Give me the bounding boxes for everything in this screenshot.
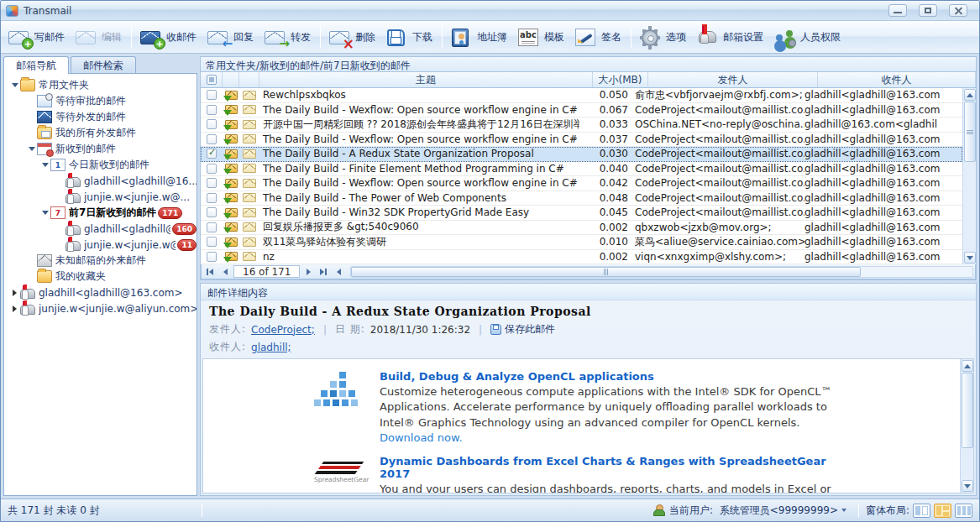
tree-item[interactable]: 等待外发的邮件 <box>4 109 197 125</box>
column-sender[interactable]: 发件人 <box>648 72 818 87</box>
tree-item[interactable]: 我的收藏夹 <box>4 269 197 284</box>
column-recipient[interactable]: 收件人 <box>818 72 976 87</box>
tree-item[interactable]: junjie.w<junjie.w@aliyun.com> <box>4 300 197 316</box>
row-checkbox[interactable] <box>207 252 217 262</box>
tree-item[interactable]: 7 前7日新收到的邮件 171 <box>4 205 197 221</box>
tree-item-icon <box>37 254 52 267</box>
ad-cta-link[interactable]: Download now. <box>380 431 463 444</box>
row-checkbox[interactable] <box>207 222 217 232</box>
tree-item[interactable]: 常用文件夹 <box>4 77 197 93</box>
row-checkbox[interactable] <box>207 105 217 115</box>
body-scroll-up-button[interactable] <box>962 360 973 372</box>
header-checkbox-cell[interactable] <box>201 72 223 87</box>
prev-page-button[interactable] <box>218 266 232 278</box>
column-subject[interactable]: 主题 <box>259 72 593 87</box>
save-mail-button[interactable]: 保存此邮件 <box>490 322 555 337</box>
maximize-button[interactable] <box>919 4 937 17</box>
tree-item[interactable]: 未知邮箱的外来邮件 <box>4 253 197 269</box>
to-link[interactable]: gladhill; <box>251 342 291 353</box>
body-vertical-scrollbar[interactable] <box>960 359 973 493</box>
toolbar-button[interactable]: 下载 <box>382 24 438 50</box>
mail-row[interactable]: The Daily Build - A Redux State Organiza… <box>201 147 962 162</box>
expand-arrow-icon[interactable] <box>39 163 50 167</box>
unread-count-badge: 11 <box>177 239 197 251</box>
toolbar-button[interactable]: ← 回复 <box>203 24 259 50</box>
mail-row[interactable]: Rewchlpsxbqkos 0.050 俞市忠<vbfjorvaejm@rxb… <box>201 88 962 103</box>
layout-button-columns[interactable] <box>913 504 930 518</box>
scroll-up-button[interactable] <box>964 89 976 101</box>
row-checkbox[interactable] <box>207 193 217 203</box>
last-page-button[interactable] <box>317 266 330 278</box>
row-checkbox[interactable] <box>207 164 217 174</box>
list-vertical-scrollbar[interactable] <box>962 88 976 264</box>
tree-item[interactable]: gladhill<gladhill@16... <box>4 173 197 189</box>
tree-item-label: junjie.w<junjie.w@... <box>84 191 190 203</box>
layout-button-split[interactable] <box>934 504 951 518</box>
toolbar-button[interactable]: × 删除 <box>325 24 380 50</box>
sidebar: 邮箱导航 邮件检索 常用文件夹 等待审批的邮件 <box>3 56 197 496</box>
body-scroll-thumb[interactable] <box>962 373 973 448</box>
expand-arrow-icon[interactable] <box>39 211 50 215</box>
toolbar-button[interactable]: 邮箱设置 <box>693 24 768 50</box>
toolbar-button[interactable]: 人员权限 <box>770 24 846 50</box>
tree-item[interactable]: junjie.w<junjie.w@ 11 <box>4 237 197 253</box>
body-scroll-down-button[interactable] <box>962 480 973 492</box>
next-page-button[interactable] <box>301 266 315 278</box>
expand-arrow-icon[interactable] <box>9 305 20 312</box>
first-page-button[interactable] <box>203 266 217 278</box>
row-checkbox[interactable] <box>207 90 217 100</box>
expand-arrow-icon[interactable] <box>26 147 37 151</box>
ad-title-link[interactable]: Dynamic Dashboards from Excel Charts & R… <box>380 455 839 482</box>
mail-row[interactable]: nz 0.002 viqn<xnxgximp@xlshy.com>; gladh… <box>201 250 962 265</box>
mail-received-icon <box>225 91 238 100</box>
mail-row[interactable]: The Daily Build - Win32 SDK PropertyGrid… <box>201 206 962 221</box>
tree-item[interactable]: gladhill<gladhill@16 160 <box>4 221 197 237</box>
toolbar-button[interactable]: + 写邮件 <box>4 24 70 50</box>
mail-row[interactable]: The Daily Build - Finite Element Method … <box>201 162 962 177</box>
scroll-thumb[interactable] <box>964 102 976 162</box>
horizontal-scrollbar[interactable] <box>350 266 973 278</box>
current-user-value[interactable]: 系统管理员<99999999> <box>720 504 838 518</box>
toolbar-button[interactable]: abc 模板 <box>514 24 569 50</box>
toolbar-button[interactable]: 地址簿 <box>447 24 512 50</box>
layout-button-three-columns[interactable] <box>955 504 972 518</box>
row-checkbox[interactable] <box>207 134 217 144</box>
tree-item[interactable]: 新收到的邮件 <box>4 141 197 157</box>
tree-item[interactable]: junjie.w<junjie.w@... <box>4 189 197 205</box>
toolbar-button[interactable]: 编辑 <box>71 24 127 50</box>
user-dropdown-icon[interactable] <box>841 509 846 512</box>
column-size[interactable]: 大小(MB) <box>593 72 648 87</box>
row-checkbox[interactable] <box>207 178 217 188</box>
minimize-button[interactable] <box>888 4 907 17</box>
select-all-checkbox-icon[interactable] <box>207 75 217 85</box>
tab-mail-search[interactable]: 邮件检索 <box>71 56 136 74</box>
ad-title-link[interactable]: Build, Debug & Analyze OpenCL applicatio… <box>380 370 839 384</box>
mail-row[interactable]: The Daily Build - Wexflow: Open source w… <box>201 176 962 191</box>
horizontal-scroll-thumb[interactable] <box>351 267 860 277</box>
mail-row[interactable]: 开源中国一周精彩回顾 ?? 2018源创会年终盛典将于12月16日在深圳举办 0… <box>201 117 962 133</box>
mail-row[interactable]: 回复娱乐播报更多 &gt;540c9060 0.002 qbxzwob<jzxb… <box>201 221 962 236</box>
toolbar-button[interactable]: + 收邮件 <box>136 24 202 50</box>
expand-arrow-icon[interactable] <box>9 83 20 87</box>
from-link[interactable]: CodeProject; <box>251 324 315 336</box>
tab-mailbox-navigation[interactable]: 邮箱导航 <box>3 56 69 74</box>
tree-item[interactable]: 等待审批的邮件 <box>4 93 197 109</box>
tree-item[interactable]: 我的所有外发邮件 <box>4 125 197 141</box>
mail-row[interactable]: The Daily Build - Wexflow: Open source w… <box>201 103 962 118</box>
expand-arrow-icon[interactable] <box>9 290 20 296</box>
row-checkbox[interactable] <box>207 119 217 129</box>
scroll-left-button[interactable] <box>332 266 345 278</box>
mail-row[interactable]: The Daily Build - The Power of Web Compo… <box>201 191 962 206</box>
row-checkbox[interactable] <box>207 207 217 217</box>
tree-item[interactable]: gladhill<gladhill@163.com> <box>4 284 197 300</box>
close-button[interactable] <box>949 4 967 17</box>
mail-row[interactable]: The Daily Build - Wexflow: Open source w… <box>201 133 962 148</box>
tree-item[interactable]: 1 今日新收到的邮件 <box>4 157 197 173</box>
mail-row[interactable]: 双11菜鸟驿站体验有奖调研 0.010 菜鸟<aliue@service.cai… <box>201 235 962 250</box>
row-checkbox[interactable] <box>207 149 217 159</box>
scroll-down-button[interactable] <box>964 252 976 264</box>
toolbar-button[interactable]: 选项 <box>636 24 691 50</box>
toolbar-button[interactable]: → 转发 <box>260 24 316 50</box>
toolbar-button[interactable]: 签名 <box>571 24 626 50</box>
row-checkbox[interactable] <box>207 237 217 247</box>
